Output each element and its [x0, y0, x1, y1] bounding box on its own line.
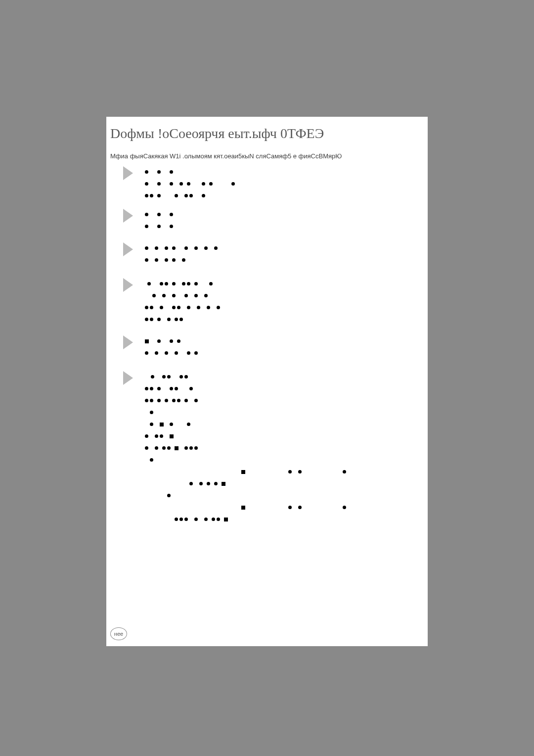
page-title: Dофмы !оСоеоярчя еыт.ыфч 0ТФЕЭ — [110, 126, 324, 142]
glyph-dot — [145, 225, 148, 228]
glyph-dot — [170, 423, 173, 426]
glyph-square — [145, 339, 149, 343]
glyph-dot — [187, 423, 190, 426]
glyph-dot — [167, 318, 171, 321]
glyph-dot — [204, 518, 208, 521]
glyph-dot — [170, 339, 173, 343]
glyph-dot — [160, 306, 163, 309]
glyph-dot — [298, 506, 302, 509]
glyph-dot — [150, 306, 153, 309]
glyph-dot — [343, 506, 346, 509]
glyph-dot — [172, 246, 176, 250]
page-number: нее — [110, 627, 127, 640]
text-row — [145, 372, 382, 382]
glyph-dot — [155, 258, 158, 262]
glyph-dot — [150, 423, 153, 426]
text-row — [145, 255, 382, 265]
glyph-dot — [165, 351, 168, 355]
glyph-dot — [207, 306, 210, 309]
glyph-dot — [150, 318, 153, 321]
glyph-dot — [145, 182, 148, 186]
glyph-dot — [177, 339, 180, 343]
text-row — [145, 491, 382, 501]
glyph-dot — [187, 282, 190, 285]
glyph-dot — [170, 225, 173, 228]
glyph-dot — [165, 282, 168, 285]
text-row — [145, 291, 382, 301]
text-row — [145, 348, 382, 358]
text-row — [145, 515, 382, 524]
glyph-dot — [145, 258, 148, 262]
glyph-dot — [184, 246, 188, 250]
glyph-dot — [194, 246, 198, 250]
glyph-dot — [182, 282, 185, 285]
glyph-dot — [155, 446, 158, 450]
glyph-dot — [179, 375, 183, 378]
glyph-dot — [145, 446, 148, 450]
page-subtitle: Мфиа фыяСакякая W1i .олымоям кят.оеаи5кы… — [110, 152, 342, 160]
text-row — [145, 315, 382, 325]
glyph-dot — [145, 213, 148, 216]
glyph-square — [241, 506, 245, 510]
glyph-dot — [207, 482, 210, 485]
glyph-dot — [172, 258, 176, 262]
text-row — [145, 479, 382, 489]
glyph-dot — [189, 446, 193, 450]
glyph-dot — [179, 518, 183, 521]
arrow-bullet-icon — [123, 166, 133, 180]
glyph-square — [241, 470, 245, 474]
glyph-dot — [145, 399, 148, 402]
glyph-dot — [184, 294, 188, 297]
glyph-dot — [189, 387, 193, 390]
text-row — [145, 396, 382, 406]
glyph-dot — [150, 458, 153, 462]
glyph-dot — [184, 375, 188, 378]
glyph-dot — [175, 351, 178, 355]
glyph-dot — [209, 282, 213, 285]
glyph-dot — [177, 399, 180, 402]
text-row — [145, 167, 382, 177]
glyph-dot — [151, 375, 154, 378]
block-content — [145, 279, 382, 327]
glyph-dot — [189, 482, 193, 485]
glyph-dot — [167, 375, 171, 378]
document-page: Dофмы !оСоеоярчя еыт.ыфч 0ТФЕЭ Мфиа фыяС… — [106, 117, 428, 646]
text-row — [145, 455, 382, 465]
glyph-dot — [155, 351, 158, 355]
glyph-dot — [184, 518, 188, 521]
glyph-dot — [172, 399, 176, 402]
block-content — [145, 243, 382, 267]
glyph-dot — [189, 194, 193, 197]
block-content — [145, 336, 382, 360]
glyph-dot — [187, 182, 190, 186]
glyph-dot — [167, 494, 171, 497]
glyph-dot — [170, 387, 173, 390]
block-content — [145, 210, 382, 234]
glyph-dot — [170, 213, 173, 216]
glyph-dot — [177, 306, 180, 309]
glyph-dot — [199, 482, 203, 485]
glyph-dot — [145, 306, 148, 309]
text-row — [145, 222, 382, 232]
glyph-dot — [175, 518, 178, 521]
glyph-dot — [170, 182, 173, 186]
text-row — [145, 191, 382, 201]
glyph-dot — [214, 482, 218, 485]
glyph-dot — [170, 170, 173, 174]
glyph-dot — [150, 387, 153, 390]
glyph-dot — [157, 318, 161, 321]
glyph-dot — [204, 294, 208, 297]
block-content — [145, 167, 382, 203]
glyph-dot — [212, 518, 215, 521]
arrow-bullet-icon — [123, 242, 133, 256]
glyph-dot — [194, 351, 198, 355]
glyph-dot — [194, 282, 198, 285]
glyph-dot — [150, 399, 153, 402]
glyph-square — [175, 446, 178, 450]
glyph-dot — [298, 470, 302, 473]
glyph-square — [160, 423, 164, 426]
glyph-dot — [172, 294, 176, 297]
glyph-dot — [214, 246, 218, 250]
glyph-dot — [187, 306, 190, 309]
arrow-bullet-icon — [123, 278, 133, 292]
